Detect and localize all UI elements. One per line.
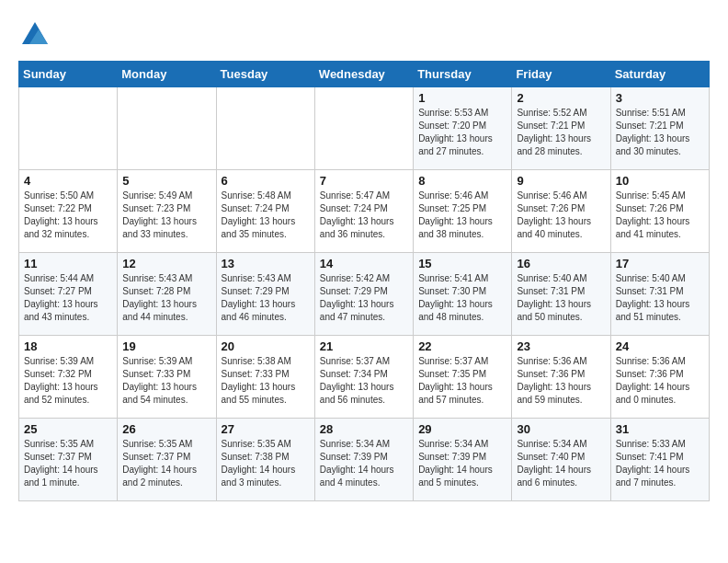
calendar-week-2: 4Sunrise: 5:50 AM Sunset: 7:22 PM Daylig… <box>19 170 710 253</box>
calendar-cell: 15Sunrise: 5:41 AM Sunset: 7:30 PM Dayli… <box>414 253 512 336</box>
weekday-header-wednesday: Wednesday <box>314 62 413 87</box>
day-number: 27 <box>222 422 310 436</box>
calendar-cell: 23Sunrise: 5:36 AM Sunset: 7:36 PM Dayli… <box>512 336 610 419</box>
calendar-cell: 30Sunrise: 5:34 AM Sunset: 7:40 PM Dayli… <box>512 419 610 501</box>
day-number: 30 <box>517 422 605 436</box>
cell-content: Sunrise: 5:41 AM Sunset: 7:30 PM Dayligh… <box>418 272 506 324</box>
calendar-cell: 25Sunrise: 5:35 AM Sunset: 7:37 PM Dayli… <box>19 419 118 501</box>
cell-content: Sunrise: 5:40 AM Sunset: 7:31 PM Dayligh… <box>616 272 704 324</box>
calendar-cell: 2Sunrise: 5:52 AM Sunset: 7:21 PM Daylig… <box>512 87 610 170</box>
cell-content: Sunrise: 5:44 AM Sunset: 7:27 PM Dayligh… <box>24 272 112 324</box>
calendar-cell: 20Sunrise: 5:38 AM Sunset: 7:33 PM Dayli… <box>216 336 314 419</box>
cell-content: Sunrise: 5:50 AM Sunset: 7:22 PM Dayligh… <box>24 190 112 241</box>
day-number: 23 <box>517 339 605 353</box>
calendar-cell: 9Sunrise: 5:46 AM Sunset: 7:26 PM Daylig… <box>512 170 610 253</box>
day-number: 25 <box>24 422 112 436</box>
calendar-week-4: 18Sunrise: 5:39 AM Sunset: 7:32 PM Dayli… <box>19 336 710 419</box>
day-number: 5 <box>122 174 210 188</box>
cell-content: Sunrise: 5:47 AM Sunset: 7:24 PM Dayligh… <box>320 190 408 241</box>
calendar-week-1: 1Sunrise: 5:53 AM Sunset: 7:20 PM Daylig… <box>19 87 710 170</box>
calendar-week-3: 11Sunrise: 5:44 AM Sunset: 7:27 PM Dayli… <box>19 253 710 336</box>
calendar-cell: 4Sunrise: 5:50 AM Sunset: 7:22 PM Daylig… <box>19 170 118 253</box>
calendar-cell <box>118 87 216 170</box>
day-number: 20 <box>222 339 310 353</box>
day-number: 15 <box>418 257 506 270</box>
weekday-header-tuesday: Tuesday <box>216 62 314 87</box>
cell-content: Sunrise: 5:51 AM Sunset: 7:21 PM Dayligh… <box>616 107 704 158</box>
day-number: 29 <box>418 422 506 436</box>
day-number: 7 <box>320 174 408 188</box>
day-number: 28 <box>320 422 408 436</box>
calendar-cell <box>19 87 118 170</box>
day-number: 16 <box>517 257 605 270</box>
calendar-cell: 31Sunrise: 5:33 AM Sunset: 7:41 PM Dayli… <box>610 419 709 501</box>
logo <box>18 18 57 52</box>
calendar-cell: 1Sunrise: 5:53 AM Sunset: 7:20 PM Daylig… <box>414 87 512 170</box>
cell-content: Sunrise: 5:36 AM Sunset: 7:36 PM Dayligh… <box>616 355 704 407</box>
calendar-cell: 11Sunrise: 5:44 AM Sunset: 7:27 PM Dayli… <box>19 253 118 336</box>
day-number: 24 <box>616 339 704 353</box>
calendar-cell: 6Sunrise: 5:48 AM Sunset: 7:24 PM Daylig… <box>216 170 314 253</box>
calendar-cell: 7Sunrise: 5:47 AM Sunset: 7:24 PM Daylig… <box>314 170 413 253</box>
day-number: 2 <box>517 91 605 105</box>
calendar-cell: 26Sunrise: 5:35 AM Sunset: 7:37 PM Dayli… <box>118 419 216 501</box>
day-number: 19 <box>122 339 210 353</box>
calendar-cell: 24Sunrise: 5:36 AM Sunset: 7:36 PM Dayli… <box>610 336 709 419</box>
cell-content: Sunrise: 5:35 AM Sunset: 7:38 PM Dayligh… <box>222 438 310 489</box>
calendar-cell: 29Sunrise: 5:34 AM Sunset: 7:39 PM Dayli… <box>414 419 512 501</box>
cell-content: Sunrise: 5:36 AM Sunset: 7:36 PM Dayligh… <box>517 355 605 407</box>
calendar-cell: 22Sunrise: 5:37 AM Sunset: 7:35 PM Dayli… <box>414 336 512 419</box>
weekday-header-friday: Friday <box>512 62 610 87</box>
day-number: 9 <box>517 174 605 188</box>
cell-content: Sunrise: 5:46 AM Sunset: 7:26 PM Dayligh… <box>517 190 605 241</box>
calendar-cell: 21Sunrise: 5:37 AM Sunset: 7:34 PM Dayli… <box>314 336 413 419</box>
page-header <box>18 18 710 52</box>
cell-content: Sunrise: 5:38 AM Sunset: 7:33 PM Dayligh… <box>222 355 310 407</box>
weekday-header-sunday: Sunday <box>19 62 118 87</box>
weekday-header-monday: Monday <box>118 62 216 87</box>
calendar-cell: 3Sunrise: 5:51 AM Sunset: 7:21 PM Daylig… <box>610 87 709 170</box>
day-number: 10 <box>616 174 704 188</box>
cell-content: Sunrise: 5:35 AM Sunset: 7:37 PM Dayligh… <box>24 438 112 489</box>
cell-content: Sunrise: 5:34 AM Sunset: 7:40 PM Dayligh… <box>517 438 605 489</box>
calendar-cell: 10Sunrise: 5:45 AM Sunset: 7:26 PM Dayli… <box>610 170 709 253</box>
calendar-cell: 17Sunrise: 5:40 AM Sunset: 7:31 PM Dayli… <box>610 253 709 336</box>
calendar-week-5: 25Sunrise: 5:35 AM Sunset: 7:37 PM Dayli… <box>19 419 710 501</box>
day-number: 18 <box>24 339 112 353</box>
calendar-cell <box>216 87 314 170</box>
cell-content: Sunrise: 5:49 AM Sunset: 7:23 PM Dayligh… <box>122 190 210 241</box>
calendar-cell <box>314 87 413 170</box>
calendar-cell: 14Sunrise: 5:42 AM Sunset: 7:29 PM Dayli… <box>314 253 413 336</box>
day-number: 22 <box>418 339 506 353</box>
weekday-header-thursday: Thursday <box>414 62 512 87</box>
cell-content: Sunrise: 5:53 AM Sunset: 7:20 PM Dayligh… <box>418 107 506 158</box>
calendar-cell: 13Sunrise: 5:43 AM Sunset: 7:29 PM Dayli… <box>216 253 314 336</box>
cell-content: Sunrise: 5:52 AM Sunset: 7:21 PM Dayligh… <box>517 107 605 158</box>
cell-content: Sunrise: 5:35 AM Sunset: 7:37 PM Dayligh… <box>122 438 210 489</box>
day-number: 17 <box>616 257 704 270</box>
cell-content: Sunrise: 5:37 AM Sunset: 7:34 PM Dayligh… <box>320 355 408 407</box>
calendar-cell: 28Sunrise: 5:34 AM Sunset: 7:39 PM Dayli… <box>314 419 413 501</box>
day-number: 14 <box>320 257 408 270</box>
logo-icon <box>18 18 51 52</box>
calendar-table: SundayMondayTuesdayWednesdayThursdayFrid… <box>18 61 710 501</box>
calendar-cell: 18Sunrise: 5:39 AM Sunset: 7:32 PM Dayli… <box>19 336 118 419</box>
day-number: 12 <box>122 257 210 270</box>
cell-content: Sunrise: 5:40 AM Sunset: 7:31 PM Dayligh… <box>517 272 605 324</box>
day-number: 6 <box>222 174 310 188</box>
day-number: 1 <box>418 91 506 105</box>
cell-content: Sunrise: 5:34 AM Sunset: 7:39 PM Dayligh… <box>418 438 506 489</box>
cell-content: Sunrise: 5:45 AM Sunset: 7:26 PM Dayligh… <box>616 190 704 241</box>
day-number: 3 <box>616 91 704 105</box>
day-number: 11 <box>24 257 112 270</box>
cell-content: Sunrise: 5:39 AM Sunset: 7:32 PM Dayligh… <box>24 355 112 407</box>
cell-content: Sunrise: 5:43 AM Sunset: 7:28 PM Dayligh… <box>122 272 210 324</box>
calendar-cell: 12Sunrise: 5:43 AM Sunset: 7:28 PM Dayli… <box>118 253 216 336</box>
cell-content: Sunrise: 5:46 AM Sunset: 7:25 PM Dayligh… <box>418 190 506 241</box>
cell-content: Sunrise: 5:33 AM Sunset: 7:41 PM Dayligh… <box>616 438 704 489</box>
day-number: 26 <box>122 422 210 436</box>
day-number: 4 <box>24 174 112 188</box>
day-number: 13 <box>222 257 310 270</box>
cell-content: Sunrise: 5:39 AM Sunset: 7:33 PM Dayligh… <box>122 355 210 407</box>
day-number: 31 <box>616 422 704 436</box>
